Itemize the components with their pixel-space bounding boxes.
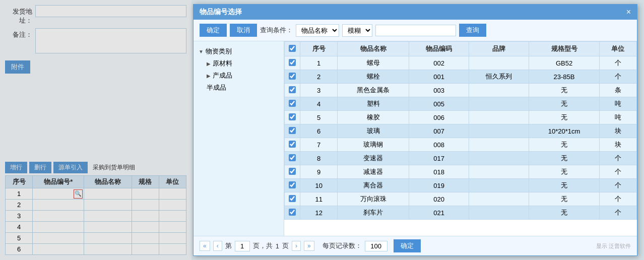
table-panel: 序号 物品名称 物品编码 品牌 规格型号 单位 1 螺母 002 GB52 个 xyxy=(284,41,637,236)
modal-close-button[interactable]: × xyxy=(626,8,631,17)
row-name: 刹车片 xyxy=(338,206,409,220)
table-row: 2 螺栓 001 恒久系列 23-85B 个 xyxy=(285,70,637,84)
tree-item-finished[interactable]: ▶ 产成品 xyxy=(206,70,280,82)
row-checkbox[interactable] xyxy=(289,195,296,202)
row-code: 006 xyxy=(409,111,469,124)
next-page-button[interactable]: › xyxy=(292,241,301,251)
row-name: 万向滚珠 xyxy=(338,192,409,206)
row-checkbox-cell[interactable] xyxy=(285,179,300,192)
query-mode-select[interactable]: 模糊 精确 xyxy=(342,24,372,37)
row-checkbox[interactable] xyxy=(289,181,296,188)
row-name: 离合器 xyxy=(338,179,409,192)
row-checkbox-cell[interactable] xyxy=(285,192,300,206)
col-brand-header: 品牌 xyxy=(469,42,529,56)
row-code: 001 xyxy=(409,70,469,84)
tree-child-label3: 半成品 xyxy=(207,83,226,92)
row-name: 玻璃 xyxy=(338,124,409,138)
table-row: 12 刹车片 021 无 个 xyxy=(285,206,637,220)
row-checkbox-cell[interactable] xyxy=(285,152,300,165)
row-seq: 7 xyxy=(300,138,338,152)
row-spec: 无 xyxy=(529,97,599,111)
row-code: 018 xyxy=(409,165,469,179)
row-brand xyxy=(469,206,529,220)
modal-confirm-button[interactable]: 确定 xyxy=(200,24,227,37)
row-spec: GB52 xyxy=(529,56,599,70)
row-brand xyxy=(469,84,529,97)
col-seq: 序号 xyxy=(300,42,338,56)
table-row: 7 玻璃钢 008 无 块 xyxy=(285,138,637,152)
last-page-button[interactable]: » xyxy=(304,241,314,251)
row-spec: 无 xyxy=(529,138,599,152)
row-checkbox-cell[interactable] xyxy=(285,206,300,220)
row-spec: 无 xyxy=(529,165,599,179)
row-checkbox-cell[interactable] xyxy=(285,124,300,138)
row-unit: 个 xyxy=(599,192,636,206)
watermark: 显示 泛普软件 xyxy=(596,242,631,250)
row-brand xyxy=(469,111,529,124)
col-unit-header: 单位 xyxy=(599,42,636,56)
query-search-input[interactable] xyxy=(375,25,456,36)
row-name: 螺栓 xyxy=(338,70,409,84)
col-item-code-header: 物品编码 xyxy=(409,42,469,56)
first-page-button[interactable]: « xyxy=(200,241,210,251)
row-checkbox[interactable] xyxy=(289,141,296,148)
row-checkbox[interactable] xyxy=(289,73,296,80)
row-unit: 个 xyxy=(599,206,636,220)
select-all-checkbox[interactable] xyxy=(289,45,296,52)
modal-toolbar: 确定 取消 查询条件： 物品名称 物品编码 规格型号 模糊 精确 查询 xyxy=(194,20,637,41)
row-unit: 条 xyxy=(599,84,636,97)
row-spec: 无 xyxy=(529,152,599,165)
row-checkbox-cell[interactable] xyxy=(285,111,300,124)
row-code: 002 xyxy=(409,56,469,70)
footer-confirm-button[interactable]: 确定 xyxy=(394,239,421,252)
row-code: 020 xyxy=(409,192,469,206)
row-code: 008 xyxy=(409,138,469,152)
modal-body: ▼ 物资类别 ▶ 原材料 ▶ 产成品 半成品 xyxy=(194,41,637,236)
tree-root-item[interactable]: ▼ 物资类别 xyxy=(198,45,280,57)
per-page-label: 每页记录数： xyxy=(323,241,362,250)
row-checkbox-cell[interactable] xyxy=(285,165,300,179)
row-checkbox[interactable] xyxy=(289,86,296,93)
row-checkbox[interactable] xyxy=(289,113,296,120)
per-page-input[interactable] xyxy=(365,241,388,251)
table-row: 10 离合器 019 无 个 xyxy=(285,179,637,192)
tree-item-semifinished[interactable]: 半成品 xyxy=(206,82,280,94)
row-brand xyxy=(469,138,529,152)
row-spec: 23-85B xyxy=(529,70,599,84)
row-checkbox[interactable] xyxy=(289,127,296,134)
row-checkbox[interactable] xyxy=(289,209,296,216)
total-pages: 1 xyxy=(276,242,279,250)
page-label: 第 xyxy=(225,241,232,250)
row-checkbox-cell[interactable] xyxy=(285,138,300,152)
row-name: 减速器 xyxy=(338,165,409,179)
row-name: 变速器 xyxy=(338,152,409,165)
modal-cancel-button[interactable]: 取消 xyxy=(230,24,257,37)
row-brand xyxy=(469,56,529,70)
row-seq: 9 xyxy=(300,165,338,179)
row-seq: 10 xyxy=(300,179,338,192)
page-number-input[interactable] xyxy=(235,241,250,251)
row-checkbox[interactable] xyxy=(289,59,296,66)
row-code: 021 xyxy=(409,206,469,220)
items-table: 序号 物品名称 物品编码 品牌 规格型号 单位 1 螺母 002 GB52 个 xyxy=(284,41,637,220)
row-checkbox[interactable] xyxy=(289,154,296,161)
tree-root-label: 物资类别 xyxy=(206,47,232,56)
row-checkbox[interactable] xyxy=(289,100,296,107)
tree-item-raw-material[interactable]: ▶ 原材料 xyxy=(206,57,280,70)
row-checkbox-cell[interactable] xyxy=(285,84,300,97)
tree-child-label2: 产成品 xyxy=(213,71,232,80)
table-header-row: 序号 物品名称 物品编码 品牌 规格型号 单位 xyxy=(285,42,637,56)
row-name: 玻璃钢 xyxy=(338,138,409,152)
row-checkbox[interactable] xyxy=(289,168,296,175)
row-name: 橡胶 xyxy=(338,111,409,124)
query-field-select[interactable]: 物品名称 物品编码 规格型号 xyxy=(296,24,339,37)
row-checkbox-cell[interactable] xyxy=(285,70,300,84)
row-checkbox-cell[interactable] xyxy=(285,56,300,70)
table-row: 4 塑料 005 无 吨 xyxy=(285,97,637,111)
query-button[interactable]: 查询 xyxy=(459,24,486,37)
row-code: 005 xyxy=(409,97,469,111)
row-unit: 块 xyxy=(599,124,636,138)
row-seq: 3 xyxy=(300,84,338,97)
row-checkbox-cell[interactable] xyxy=(285,97,300,111)
prev-page-button[interactable]: ‹ xyxy=(213,241,222,251)
